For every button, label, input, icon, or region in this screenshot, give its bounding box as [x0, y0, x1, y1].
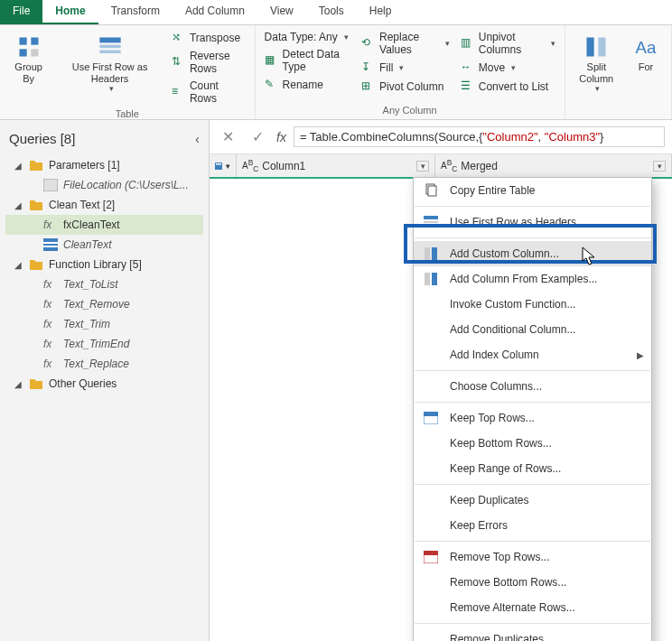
transpose-button[interactable]: ⤭Transpose	[168, 29, 249, 47]
table-menu-button[interactable]: ▾	[210, 154, 237, 177]
menu-item-label: Remove Bottom Rows...	[450, 576, 566, 589]
svg-rect-4	[99, 38, 120, 43]
menu-item-icon	[421, 492, 441, 508]
menu-item-label: Use First Row as Headers	[450, 216, 576, 228]
menu-tabs: File Home Transform Add Column View Tool…	[0, 0, 672, 25]
abc-type-icon: ABC	[242, 158, 258, 173]
menu-item[interactable]: Remove Bottom Rows...	[414, 570, 651, 595]
caret-down-icon: ◢	[14, 260, 23, 270]
rename-button[interactable]: ✎Rename	[261, 76, 354, 94]
tree-group[interactable]: ◢Parameters [1]	[5, 155, 203, 175]
menu-item-icon	[421, 549, 441, 565]
caret-down-icon: ◢	[14, 200, 23, 210]
tree-item[interactable]: CleanText	[5, 235, 203, 255]
mouse-cursor-icon	[582, 246, 598, 266]
menu-item-icon	[421, 347, 441, 363]
menu-item-icon	[421, 435, 441, 451]
unpivot-button[interactable]: ▥Unpivot Columns	[457, 29, 559, 58]
tab-home[interactable]: Home	[42, 0, 98, 24]
column-header-2[interactable]: ABC Merged ▾	[435, 154, 672, 177]
detect-type-button[interactable]: ▦Detect Data Type	[261, 46, 354, 75]
pivot-icon: ⊞	[361, 79, 376, 94]
tree-item[interactable]: fxText_Remove	[5, 294, 203, 314]
menu-item[interactable]: Keep Bottom Rows...	[414, 431, 651, 456]
first-row-label: Use First Row as Headers	[61, 61, 159, 84]
pivot-column-button[interactable]: ⊞Pivot Column	[358, 78, 453, 96]
tree-item[interactable]: fxText_TrimEnd	[5, 334, 203, 354]
menu-item[interactable]: Add Column From Examples...	[414, 266, 651, 292]
formula-bar: ✕ ✓ fx = Table.CombineColumns(Source,{"C…	[210, 120, 672, 154]
folder-icon	[29, 199, 43, 211]
format-button[interactable]: Aa For	[626, 29, 666, 97]
menu-item-label: Remove Duplicates	[450, 633, 544, 641]
svg-rect-18	[424, 216, 438, 219]
menu-item[interactable]: Add Custom Column...	[414, 241, 651, 266]
tab-add-column[interactable]: Add Column	[173, 0, 257, 24]
menu-item-icon	[421, 599, 441, 616]
menu-item[interactable]: Invoke Custom Function...	[414, 292, 651, 317]
split-label: Split Column	[576, 61, 617, 84]
data-type-button[interactable]: Data Type: Any	[261, 29, 354, 45]
group-icon	[14, 33, 43, 61]
menu-item-label: Keep Errors	[450, 519, 508, 532]
fx-icon[interactable]: fx	[276, 130, 286, 144]
svg-rect-26	[424, 412, 438, 416]
tab-transform[interactable]: Transform	[98, 0, 173, 24]
tab-help[interactable]: Help	[357, 0, 405, 24]
tree-item[interactable]: fxText_Replace	[5, 354, 203, 374]
cancel-formula-button[interactable]: ✕	[217, 128, 239, 145]
replace-values-button[interactable]: ⟲Replace Values	[358, 29, 453, 58]
tab-tools[interactable]: Tools	[306, 0, 357, 24]
tree-item[interactable]: fxText_ToList	[5, 274, 203, 294]
reverse-rows-button[interactable]: ⇅Reverse Rows	[168, 48, 249, 77]
split-column-button[interactable]: Split Column	[571, 29, 622, 97]
menu-item[interactable]: Use First Row as Headers	[414, 209, 651, 235]
menu-item[interactable]: Copy Entire Table	[414, 178, 651, 203]
svg-rect-8	[599, 38, 606, 57]
tree-item[interactable]: fxfxCleanText	[5, 215, 203, 235]
collapse-icon[interactable]: ‹	[195, 131, 200, 146]
column-header-1[interactable]: ABC Column1 ▾	[237, 154, 435, 177]
filter-dropdown-icon[interactable]: ▾	[416, 161, 429, 172]
menu-item-label: Add Index Column	[450, 348, 539, 361]
tab-file[interactable]: File	[0, 0, 42, 24]
menu-item[interactable]: Choose Columns...	[414, 374, 651, 399]
menu-item[interactable]: Add Conditional Column...	[414, 317, 651, 342]
menu-item[interactable]: Keep Errors	[414, 513, 651, 538]
accept-formula-button[interactable]: ✓	[247, 128, 269, 145]
fx-icon: fx	[43, 218, 58, 231]
tree-group[interactable]: ◢Function Library [5]	[5, 255, 203, 274]
svg-text:Aa: Aa	[636, 38, 657, 57]
tree-group[interactable]: ◢Other Queries	[5, 374, 203, 394]
convert-list-button[interactable]: ☰Convert to List	[457, 78, 559, 96]
count-rows-button[interactable]: ≡Count Rows	[168, 78, 249, 107]
tree-item[interactable]: fxText_Trim	[5, 314, 203, 334]
menu-item-icon	[421, 321, 441, 338]
move-button[interactable]: ↔Move	[457, 59, 559, 77]
format-icon: Aa	[631, 33, 660, 61]
content-area: ✕ ✓ fx = Table.CombineColumns(Source,{"C…	[210, 120, 672, 641]
group-by-button[interactable]: Group By	[5, 29, 51, 107]
format-label: For	[639, 61, 654, 73]
menu-item-label: Keep Range of Rows...	[450, 462, 561, 475]
menu-item-icon	[421, 246, 441, 262]
fill-button[interactable]: ↧Fill	[358, 59, 453, 77]
queries-header[interactable]: Queries [8] ‹	[0, 125, 209, 152]
use-first-row-button[interactable]: Use First Row as Headers	[55, 29, 164, 107]
submenu-arrow-icon: ▶	[637, 350, 644, 360]
menu-item[interactable]: Remove Alternate Rows...	[414, 595, 651, 620]
menu-item[interactable]: Keep Top Rows...	[414, 405, 651, 431]
tree-group[interactable]: ◢Clean Text [2]	[5, 195, 203, 215]
svg-rect-17	[428, 186, 436, 196]
tab-view[interactable]: View	[257, 0, 306, 24]
menu-item[interactable]: Remove Top Rows...	[414, 544, 651, 570]
tree-item[interactable]: FileLocation (C:\Users\L...	[5, 175, 203, 195]
menu-item[interactable]: Keep Range of Rows...	[414, 456, 651, 481]
detect-icon: ▦	[265, 53, 279, 68]
menu-item[interactable]: Keep Duplicates	[414, 488, 651, 513]
filter-dropdown-icon[interactable]: ▾	[653, 161, 666, 172]
folder-icon	[29, 159, 43, 172]
formula-input[interactable]: = Table.CombineColumns(Source,{"Column2"…	[294, 126, 665, 147]
menu-item[interactable]: Remove Duplicates	[414, 627, 651, 641]
menu-item[interactable]: Add Index Column▶	[414, 342, 651, 367]
